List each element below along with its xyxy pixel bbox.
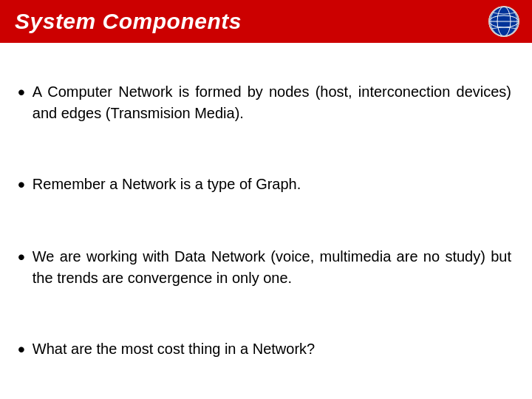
bullet-dot-3: •	[18, 246, 25, 269]
bullet-item-2: • Remember a Network is a type of Graph.	[18, 174, 511, 197]
bullet-item-1: • A Computer Network is formed by nodes …	[18, 81, 511, 124]
bullet-text-4: What are the most cost thing in a Networ…	[33, 338, 511, 360]
bullet-dot-2: •	[18, 174, 25, 197]
bullet-item-4: • What are the most cost thing in a Netw…	[18, 338, 511, 361]
header-bar: System Components	[0, 0, 532, 43]
globe-icon	[488, 5, 520, 38]
bullet-dot-1: •	[18, 81, 25, 104]
slide-container: System Components • A Computer Network i…	[0, 0, 532, 399]
bullet-item-3: • We are working with Data Network (voic…	[18, 246, 511, 289]
content-area: • A Computer Network is formed by nodes …	[0, 43, 532, 399]
bullet-dot-4: •	[18, 338, 25, 361]
slide-title: System Components	[15, 9, 242, 34]
bullet-text-1: A Computer Network is formed by nodes (h…	[33, 81, 511, 124]
bullet-text-2: Remember a Network is a type of Graph.	[33, 174, 511, 195]
bullet-text-3: We are working with Data Network (voice,…	[33, 246, 511, 289]
